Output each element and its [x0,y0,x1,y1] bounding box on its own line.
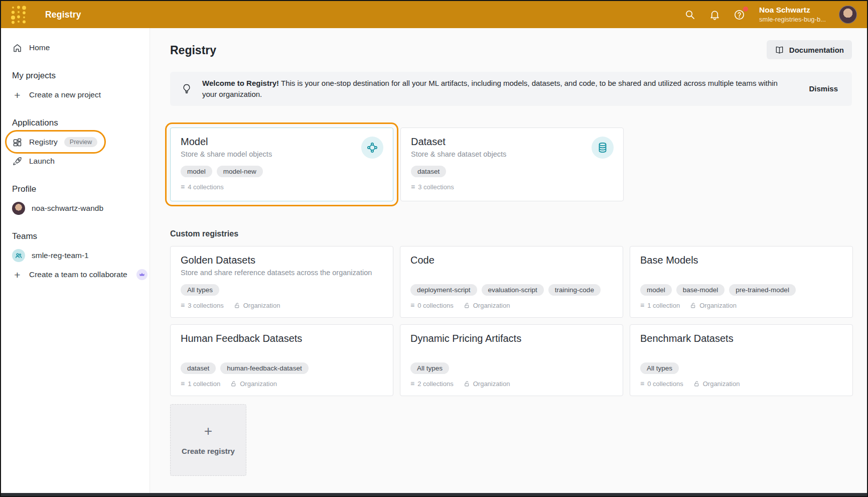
card-footer: ≡ 3 collections Organization [181,302,383,309]
user-menu[interactable]: Noa Schwartz smle-registries-bug-b... [759,5,826,24]
sidebar-item-label: Registry [29,138,58,147]
collections-icon: ≡ [411,183,415,190]
notifications-bell-icon[interactable] [709,9,720,21]
wandb-logo-icon[interactable] [1,5,36,25]
sidebar-item-launch[interactable]: Launch [1,152,150,171]
sidebar: Home My projects + Create a new project … [1,28,150,493]
collections-label: 4 collections [188,183,224,191]
sidebar-item-label: Home [29,43,50,52]
card-subtitle [640,347,842,357]
custom-registry-card[interactable]: Dynamic Pricing Artifacts All types ≡ 2 … [400,324,623,396]
card-tags: deployment-scriptevaluation-scripttraini… [410,284,613,296]
collections-label: 3 collections [188,302,224,309]
tag: dataset [181,362,216,374]
card-title: Model [181,136,383,148]
tag: pre-trained-model [729,284,796,296]
custom-registries-heading: Custom registries [170,229,852,238]
banner-text: Welcome to Registry! This is your one-st… [202,78,779,100]
card-tags: datasethuman-feedback-dataset [181,362,383,374]
dismiss-button[interactable]: Dismiss [809,84,838,93]
user-name: Noa Schwartz [759,5,826,15]
page-title: Registry [170,44,216,57]
main-content: Registry Documentation Welcome to Regist… [150,28,867,493]
visibility-label: Organization [243,302,280,309]
card-footer: ≡ 2 collections Organization [410,380,613,388]
sidebar-item-create-team[interactable]: + Create a team to collaborate [1,265,150,284]
preview-badge: Preview [64,137,97,147]
card-footer: ≡ 3 collections [411,183,613,191]
registry-card-model[interactable]: Model Store & share model objects model … [170,128,393,201]
visibility-label: Organization [703,380,740,388]
visibility-label: Organization [473,302,510,309]
tag: base-model [676,284,725,296]
custom-registry-card[interactable]: Golden Datasets Store and share referenc… [170,246,393,318]
card-title: Human Feedback Datasets [181,333,383,344]
custom-registry-card[interactable]: Benchmark Datasets All types ≡ 0 collect… [630,324,853,396]
home-icon [12,43,23,53]
visibility: Organization [234,302,280,309]
core-registries-row: Model Store & share model objects model … [170,128,852,201]
collections-icon: ≡ [640,302,644,309]
sidebar-item-label: noa-schwartz-wandb [32,204,103,213]
plus-icon: + [12,90,23,100]
card-subtitle [181,347,383,357]
visibility: Organization [230,380,277,388]
card-title: Dataset [411,136,613,148]
collections-count: ≡ 3 collections [411,183,454,191]
dataset-icon [592,137,614,159]
create-registry-label: Create registry [182,447,235,455]
custom-registry-card[interactable]: Human Feedback Datasets datasethuman-fee… [170,324,393,396]
tag: All types [640,362,679,374]
collections-count: ≡ 0 collections [410,302,454,309]
card-footer: ≡ 0 collections Organization [410,302,613,309]
card-tags: All types [640,362,842,374]
collections-icon: ≡ [640,380,644,387]
card-tags: All types [410,362,613,374]
collections-icon: ≡ [181,302,185,309]
sidebar-item-registry[interactable]: Registry Preview [1,133,150,152]
registry-card-dataset[interactable]: Dataset Store & share dataset objects da… [400,128,624,201]
banner-title: Welcome to Registry! [202,79,279,87]
documentation-button[interactable]: Documentation [767,40,852,59]
tag: deployment-script [410,284,477,296]
collections-icon: ≡ [181,183,185,190]
card-tags: modelbase-modelpre-trained-model [640,284,842,296]
sidebar-item-home[interactable]: Home [1,38,150,57]
custom-registries-grid: Golden Datasets Store and share referenc… [170,246,852,396]
app-window: Registry Noa Schwartz smle-registries-bu… [0,0,868,497]
collections-count: ≡ 1 collection [181,380,220,388]
create-registry-button[interactable]: + Create registry [170,404,246,476]
custom-registry-card[interactable]: Code deployment-scriptevaluation-scriptt… [400,246,623,318]
card-title: Code [410,255,613,266]
team-avatar-icon [12,249,25,262]
visibility-label: Organization [699,302,737,309]
tag: model-new [217,166,263,177]
collections-count: ≡ 4 collections [181,183,224,191]
unlock-icon [230,381,237,387]
sidebar-item-create-project[interactable]: + Create a new project [1,85,150,104]
sidebar-item-label: Create a team to collaborate [29,270,127,279]
collections-icon: ≡ [410,302,414,309]
card-footer: ≡ 0 collections Organization [640,380,842,388]
unlock-icon [464,381,470,387]
search-icon[interactable] [684,9,696,21]
card-subtitle [640,269,842,279]
custom-registry-card[interactable]: Base Models modelbase-modelpre-trained-m… [630,246,853,318]
help-button[interactable] [734,9,745,21]
card-subtitle [410,347,613,357]
collections-icon: ≡ [181,380,185,387]
card-subtitle: Store and share reference datasets acros… [181,269,383,279]
tag: All types [181,284,219,296]
window-bottom-edge [1,493,867,496]
welcome-banner: Welcome to Registry! This is your one-st… [170,72,852,106]
collections-label: 1 collection [647,302,680,309]
topbar: Registry Noa Schwartz smle-registries-bu… [1,1,867,28]
collections-label: 2 collections [417,380,454,388]
visibility: Organization [690,302,737,309]
card-tags: All types [181,284,383,296]
sidebar-item-team[interactable]: smle-reg-team-1 [1,246,150,265]
card-footer: ≡ 1 collection Organization [181,380,383,388]
unlock-icon [234,302,240,309]
sidebar-item-profile[interactable]: noa-schwartz-wandb [1,199,150,218]
user-avatar[interactable] [839,6,857,24]
